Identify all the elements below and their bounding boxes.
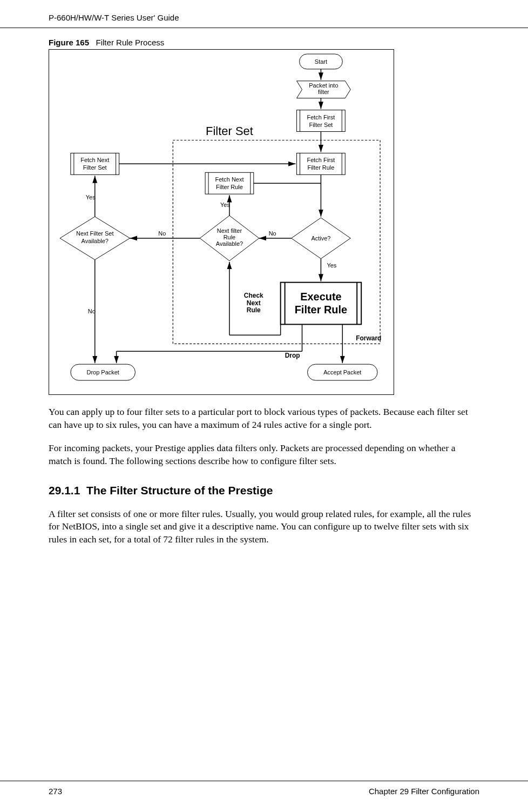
page-header: P-660H/HW/W-T Series User' Guide [0,0,528,28]
svg-text:Yes: Yes [327,262,336,269]
flowchart-diagram: Start Packet into filter Fetch First Fil… [49,49,394,395]
page-footer: 273 Chapter 29 Filter Configuration [0,781,528,796]
svg-text:Filter Rule: Filter Rule [295,304,347,316]
svg-text:Next Filter Set: Next Filter Set [76,230,113,237]
svg-text:Next: Next [247,299,261,307]
svg-text:Fetch Next: Fetch Next [215,176,243,183]
svg-text:Accept Packet: Accept Packet [323,369,361,375]
svg-text:Filter Rule: Filter Rule [216,184,243,190]
svg-text:Filter Set: Filter Set [206,124,253,138]
svg-text:Rule: Rule [247,306,261,314]
svg-text:Forward: Forward [356,334,381,342]
svg-text:Fetch First: Fetch First [307,157,335,163]
svg-text:No: No [88,308,96,314]
svg-text:Execute: Execute [300,291,341,303]
svg-text:No: No [158,230,166,237]
svg-text:Filter Set: Filter Set [309,122,333,128]
svg-text:Check: Check [244,292,263,299]
svg-text:Available?: Available? [216,240,243,247]
section-body: A filter set consists of one or more fil… [49,508,479,546]
svg-text:Filter Rule: Filter Rule [307,164,334,171]
svg-text:Yes: Yes [220,202,230,208]
footer-chapter: Chapter 29 Filter Configuration [369,787,479,796]
svg-text:Filter Set: Filter Set [83,164,107,171]
svg-rect-11 [173,140,380,344]
svg-text:Next filter: Next filter [217,227,242,234]
svg-text:Active?: Active? [311,235,330,241]
paragraph-1: You can apply up to four filter sets to … [49,406,479,431]
svg-text:Rule: Rule [224,234,236,240]
header-guide-title: P-660H/HW/W-T Series User' Guide [49,13,179,22]
flowchart-svg: Start Packet into filter Fetch First Fil… [49,50,394,394]
figure-number: Figure 165 [49,38,89,47]
paragraph-2: For incoming packets, your Prestige appl… [49,442,479,467]
svg-text:No: No [269,230,276,237]
svg-text:Fetch Next: Fetch Next [80,157,109,163]
svg-text:Packet into: Packet into [309,82,338,89]
svg-text:filter: filter [318,89,329,95]
section-number: 29.1.1 [49,484,80,496]
figure-caption: Figure 165 Filter Rule Process [49,38,479,47]
svg-text:Drop: Drop [285,352,300,359]
svg-text:Fetch First: Fetch First [307,114,335,120]
section-title: The Filter Structure of the Prestige [86,484,273,496]
figure-title: Filter Rule Process [96,38,165,47]
svg-text:Drop Packet: Drop Packet [87,369,119,375]
start-label: Start [315,58,327,65]
page-content: Figure 165 Filter Rule Process Start Pac… [0,38,528,546]
footer-page-number: 273 [49,787,62,796]
section-heading: 29.1.1 The Filter Structure of the Prest… [49,484,479,497]
svg-text:Available?: Available? [82,238,109,244]
svg-text:Yes: Yes [86,194,96,200]
